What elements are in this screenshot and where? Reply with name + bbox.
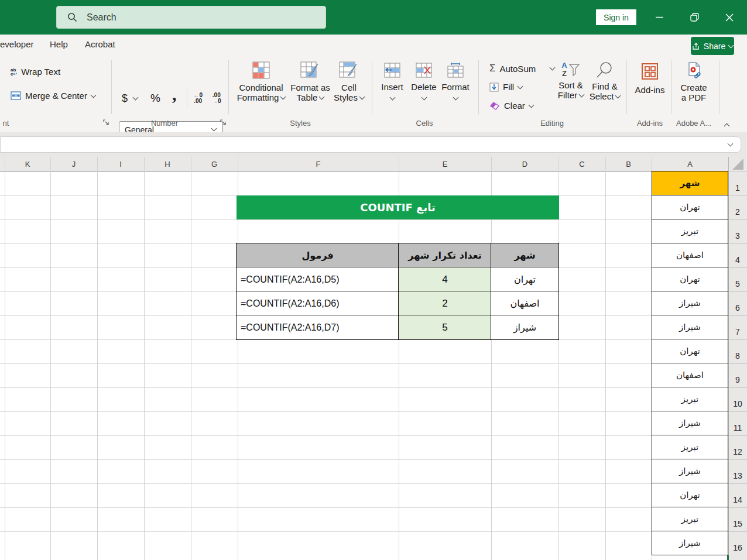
insert-button[interactable]: Insert — [377, 63, 407, 99]
chevron-down-icon — [359, 94, 365, 99]
row-header-15[interactable]: 15 — [728, 507, 747, 531]
table-cell-count[interactable]: 4 — [398, 267, 492, 292]
clear-button[interactable]: Clear — [489, 101, 533, 111]
city-cell-A9[interactable]: اصفهان — [652, 363, 728, 387]
city-cell-A15[interactable]: تبریز — [652, 507, 728, 531]
table-cell-count[interactable]: 2 — [398, 291, 492, 316]
city-cell-A16[interactable]: شیراز — [652, 531, 728, 555]
sign-in-button[interactable]: Sign in — [596, 9, 636, 25]
row-header-16[interactable]: 16 — [728, 531, 747, 555]
city-cell-A4[interactable]: اصفهان — [652, 243, 728, 267]
table-header-formula[interactable]: فرمول — [236, 243, 399, 268]
column-header-A[interactable]: A — [652, 157, 728, 171]
add-ins-button[interactable]: Add-ins — [632, 63, 667, 95]
row-header-11[interactable]: 11 — [728, 411, 747, 435]
column-header-G[interactable]: G — [191, 157, 238, 171]
column-header-I[interactable]: I — [97, 157, 144, 171]
find-select-button[interactable]: Find & Select — [587, 61, 622, 101]
table-cell-city[interactable]: اصفهان — [491, 291, 559, 316]
row-header-2[interactable]: 2 — [728, 195, 747, 219]
column-header-K[interactable]: K — [5, 157, 50, 171]
wrap-text-button[interactable]: abc↩ Wrap Text — [11, 67, 60, 77]
column-header-E[interactable]: E — [399, 157, 491, 171]
fill-button[interactable]: Fill — [489, 82, 522, 92]
collapse-ribbon-button[interactable] — [725, 120, 729, 130]
number-dialog-launcher[interactable] — [220, 119, 227, 126]
merge-center-button[interactable]: Merge & Center — [11, 91, 95, 101]
conditional-formatting-label: Conditional — [239, 83, 283, 92]
row-header-12[interactable]: 12 — [728, 435, 747, 459]
city-cell-A10[interactable]: تبریز — [652, 387, 728, 411]
column-header-H[interactable]: H — [144, 157, 191, 171]
decrease-decimal-button[interactable]: .00 →0 — [212, 92, 221, 104]
fill-icon — [489, 83, 499, 92]
currency-button[interactable]: $ — [122, 92, 128, 105]
format-button[interactable]: Format — [440, 63, 471, 99]
row-header-6[interactable]: 6 — [728, 291, 747, 315]
table-cell-city[interactable]: شیراز — [491, 315, 559, 340]
search-box[interactable] — [56, 6, 326, 29]
row-header-9[interactable]: 9 — [728, 363, 747, 387]
table-cell-city[interactable]: تهران — [491, 267, 559, 292]
row-header-3[interactable]: 3 — [728, 219, 747, 243]
city-column-header-cell[interactable]: شهر — [652, 171, 728, 195]
column-header-D[interactable]: D — [491, 157, 558, 171]
search-input[interactable] — [85, 12, 281, 23]
city-cell-A6[interactable]: شیراز — [652, 291, 728, 315]
table-cell-formula[interactable]: =COUNTIF(A2:A16,D5) — [236, 267, 399, 292]
city-cell-A3[interactable]: تبریز — [652, 219, 728, 243]
table-header-city[interactable]: شهر — [491, 243, 559, 268]
share-button[interactable]: Share — [691, 37, 734, 55]
city-cell-A13[interactable]: شیراز — [652, 459, 728, 483]
tab-developer[interactable]: eveloper — [0, 39, 34, 49]
close-button[interactable] — [716, 0, 743, 35]
tab-help[interactable]: Help — [50, 39, 68, 49]
chevron-up-icon — [724, 123, 730, 129]
city-cell-A8[interactable]: تهران — [652, 339, 728, 363]
city-cell-A5[interactable]: تهران — [652, 267, 728, 291]
chevron-down-icon — [211, 126, 217, 132]
fill-label: Fill — [503, 82, 514, 92]
row-header-10[interactable]: 10 — [728, 387, 747, 411]
row-header-4[interactable]: 4 — [728, 243, 747, 267]
create-pdf-button[interactable]: Create a PDF — [676, 61, 711, 102]
city-cell-A11[interactable]: شیراز — [652, 411, 728, 435]
select-all-triangle-icon — [732, 159, 743, 170]
formula-bar[interactable] — [0, 136, 741, 153]
delete-button[interactable]: Delete — [409, 63, 439, 99]
row-header-1[interactable]: 1 — [728, 171, 747, 195]
table-cell-count[interactable]: 5 — [398, 315, 492, 340]
table-header-count[interactable]: تعداد تکرار شهر — [398, 243, 492, 268]
sort-filter-button[interactable]: A Z Sort & Filter — [553, 61, 588, 100]
formula-bar-input[interactable] — [1, 136, 728, 153]
row-header-5[interactable]: 5 — [728, 267, 747, 291]
row-header-14[interactable]: 14 — [728, 483, 747, 507]
cell-styles-button[interactable]: Cell Styles — [328, 61, 370, 102]
search-icon — [67, 12, 77, 22]
expand-formula-bar-icon[interactable] — [728, 141, 734, 147]
comma-style-button[interactable]: , — [172, 91, 177, 97]
minimize-button[interactable] — [646, 0, 673, 35]
city-cell-A12[interactable]: تبریز — [652, 435, 728, 459]
column-header-J[interactable]: J — [50, 157, 97, 171]
column-header-C[interactable]: C — [558, 157, 605, 171]
column-header-F[interactable]: F — [238, 157, 399, 171]
conditional-formatting-button[interactable]: Conditional Formatting — [231, 61, 292, 102]
row-header-7[interactable]: 7 — [728, 315, 747, 339]
select-all-button[interactable] — [728, 157, 747, 171]
increase-decimal-button[interactable]: ←0 .00 — [193, 92, 203, 104]
city-cell-A14[interactable]: تهران — [652, 483, 728, 507]
autosum-button[interactable]: Σ AutoSum — [489, 63, 554, 74]
restore-button[interactable] — [681, 0, 708, 35]
row-header-13[interactable]: 13 — [728, 459, 747, 483]
percent-button[interactable]: % — [150, 92, 160, 105]
city-cell-A2[interactable]: تهران — [652, 195, 728, 219]
tab-acrobat[interactable]: Acrobat — [85, 39, 115, 49]
table-cell-formula[interactable]: =COUNTIF(A2:A16,D6) — [236, 291, 399, 316]
city-cell-A7[interactable]: شیراز — [652, 315, 728, 339]
countif-title-banner[interactable]: تابع COUNTIF — [237, 195, 559, 219]
alignment-dialog-launcher[interactable] — [103, 119, 109, 126]
column-header-B[interactable]: B — [605, 157, 652, 171]
row-header-8[interactable]: 8 — [728, 339, 747, 363]
table-cell-formula[interactable]: =COUNTIF(A2:A16,D7) — [236, 315, 399, 340]
